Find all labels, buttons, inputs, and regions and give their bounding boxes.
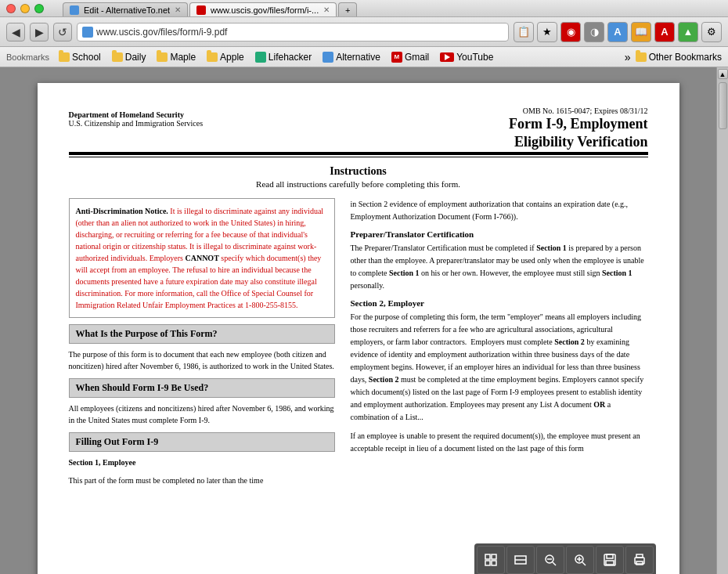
bookmark-gmail[interactable]: M Gmail	[387, 50, 434, 64]
bookmark-apple[interactable]: Apple	[202, 50, 249, 64]
nav-icon-4[interactable]: ◑	[584, 22, 604, 42]
form-title: Form I-9, EmploymentEligibility Verifica…	[359, 115, 648, 152]
right-para4: If an employee is unable to present the …	[351, 430, 648, 455]
maximize-button[interactable]	[34, 4, 44, 13]
tab-bar: Edit - AlternativeTo.net ✕ www.uscis.gov…	[63, 2, 357, 16]
pdf-col-right: in Section 2 evidence of employment auth…	[351, 198, 648, 493]
folder-icon	[207, 52, 218, 62]
nav-icons: 📋 ★ ◉ ◑ A 📖 A ▲ ⚙	[514, 22, 722, 42]
section3-body1: Section 1, Employee	[69, 457, 335, 468]
section3-employee-label: Section 1, Employee	[69, 458, 136, 467]
zoom-out-button[interactable]	[536, 546, 564, 574]
bookmark-school[interactable]: School	[54, 50, 106, 64]
youtube-icon	[440, 52, 454, 62]
bookmark-alternative[interactable]: Alternative	[318, 50, 385, 64]
tab-label-2: www.uscis.gov/files/form/i-...	[211, 5, 319, 15]
close-button[interactable]	[6, 4, 16, 13]
main-area: OMB No. 1615-0047; Expires 08/31/12 Form…	[0, 67, 728, 574]
tab-favicon-1	[70, 5, 79, 15]
section1-header: What Is the Purpose of This Form?	[69, 324, 335, 344]
notice-title: Anti-Discrimination Notice.	[76, 207, 168, 215]
svg-rect-18	[636, 561, 643, 565]
settings-button[interactable]: ⚙	[701, 22, 722, 42]
bookmark-maple[interactable]: Maple	[152, 50, 200, 64]
right-para3: For the purpose of completing this form,…	[351, 311, 648, 424]
right-title1: Preparer/Translator Certification	[351, 229, 648, 239]
fit-page-button[interactable]	[477, 546, 505, 574]
nav-icon-7[interactable]: A	[654, 22, 675, 42]
rss-button[interactable]: 📋	[514, 22, 534, 42]
page-favicon	[82, 27, 93, 38]
bookmark-school-label: School	[72, 52, 101, 63]
address-bar[interactable]: www.uscis.gov/files/form/i-9.pdf	[77, 23, 509, 42]
bookmarks-label: Bookmarks	[6, 52, 49, 62]
omb-number: OMB No. 1615-0047; Expires 08/31/12	[359, 106, 648, 115]
nav-icon-8[interactable]: ▲	[678, 22, 698, 42]
bookmark-daily[interactable]: Daily	[107, 50, 151, 64]
url-text: www.uscis.gov/files/form/i-9.pdf	[96, 27, 503, 38]
tab-uscis[interactable]: www.uscis.gov/files/form/i-... ✕	[189, 2, 337, 16]
bookmark-youtube-label: YouTube	[456, 52, 493, 63]
pdf-header-right: OMB No. 1615-0047; Expires 08/31/12 Form…	[359, 106, 648, 152]
nav-icon-5[interactable]: A	[607, 22, 628, 42]
notice-box: Anti-Discrimination Notice. It is illega…	[69, 198, 335, 318]
print-button[interactable]	[625, 546, 654, 574]
new-tab-icon: +	[345, 5, 350, 15]
section3-body2: This part of the form must be completed …	[69, 475, 335, 486]
svg-rect-0	[485, 554, 490, 559]
section1-body: The purpose of this form is to document …	[69, 348, 335, 372]
window-controls[interactable]	[6, 4, 44, 13]
divider-thick	[69, 152, 648, 155]
more-bookmarks-button[interactable]: »	[625, 51, 631, 63]
nav-icon-3[interactable]: ◉	[560, 22, 581, 42]
nav-bar: ◀ ▶ ↺ www.uscis.gov/files/form/i-9.pdf 📋…	[0, 17, 728, 47]
svg-rect-1	[492, 554, 496, 559]
tab-label-1: Edit - AlternativeTo.net	[84, 5, 170, 15]
nav-icon-6[interactable]: 📖	[631, 22, 651, 42]
back-button[interactable]: ◀	[6, 23, 25, 42]
svg-rect-17	[636, 554, 643, 558]
bookmark-star[interactable]: ★	[537, 22, 557, 42]
svg-rect-3	[492, 561, 496, 565]
other-folder-icon	[636, 52, 647, 62]
pdf-page: OMB No. 1615-0047; Expires 08/31/12 Form…	[38, 83, 679, 574]
scrollbar[interactable]: ▲	[716, 67, 728, 574]
scroll-thumb[interactable]	[719, 82, 727, 129]
alternative-icon	[323, 52, 333, 63]
bookmark-youtube[interactable]: YouTube	[435, 50, 498, 64]
pdf-col-left: Anti-Discrimination Notice. It is illega…	[69, 198, 335, 493]
pdf-scroll-area[interactable]: OMB No. 1615-0047; Expires 08/31/12 Form…	[0, 67, 716, 574]
folder-icon	[59, 52, 70, 62]
instructions-title: Instructions	[69, 165, 648, 178]
other-bookmarks-button[interactable]: Other Bookmarks	[636, 52, 722, 63]
folder-icon	[157, 52, 168, 62]
svg-rect-2	[485, 561, 490, 565]
bookmark-alternative-label: Alternative	[336, 52, 380, 63]
other-bookmarks-label: Other Bookmarks	[649, 52, 722, 63]
zoom-in-button[interactable]	[566, 546, 594, 574]
svg-line-7	[553, 562, 556, 565]
tab-favicon-2	[196, 5, 206, 15]
bookmark-maple-label: Maple	[170, 52, 196, 63]
right-title2: Section 2, Employer	[351, 298, 648, 308]
scroll-up-button[interactable]: ▲	[718, 69, 728, 79]
divider-thin	[69, 157, 648, 157]
forward-button[interactable]: ▶	[30, 23, 49, 42]
tab-close-2[interactable]: ✕	[323, 5, 330, 14]
bookmark-lifehacker[interactable]: Lifehacker	[250, 50, 316, 64]
right-para1: in Section 2 evidence of employment auth…	[351, 198, 648, 223]
bookmark-lifehacker-label: Lifehacker	[268, 52, 312, 63]
tab-alternativeto[interactable]: Edit - AlternativeTo.net ✕	[63, 2, 188, 16]
lifehacker-icon	[255, 52, 266, 63]
reload-button[interactable]: ↺	[53, 23, 72, 42]
title-bar: Edit - AlternativeTo.net ✕ www.uscis.gov…	[0, 0, 728, 17]
tab-close-1[interactable]: ✕	[175, 5, 181, 14]
right-para2: The Preparer/Translator Certification mu…	[351, 242, 648, 292]
section2-header: When Should Form I-9 Be Used?	[69, 378, 335, 398]
new-tab-button[interactable]: +	[338, 2, 357, 16]
minimize-button[interactable]	[20, 4, 30, 13]
save-button[interactable]	[596, 546, 624, 574]
fit-width-button[interactable]	[506, 546, 535, 574]
pdf-toolbar[interactable]	[474, 543, 656, 574]
section3-header: Filling Out Form I-9	[69, 432, 335, 452]
